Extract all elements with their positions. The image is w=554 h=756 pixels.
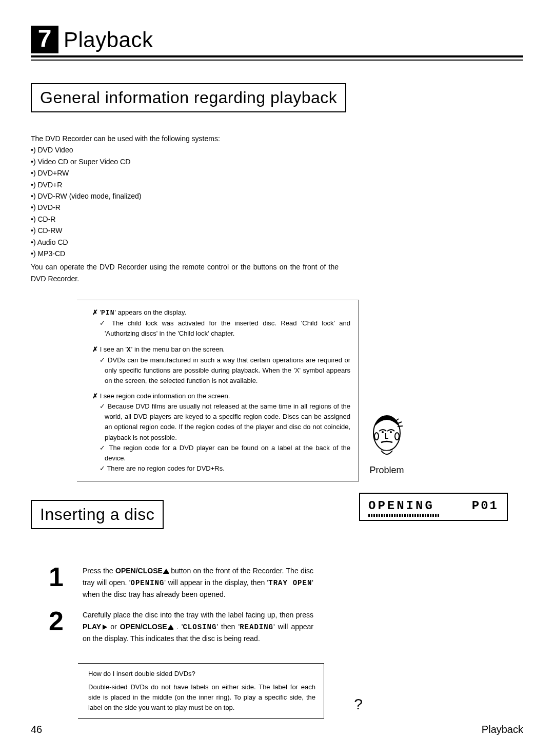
svg-point-4: [395, 433, 399, 440]
section-heading-general: General information regarding playback: [31, 83, 346, 112]
page-number: 46: [31, 724, 42, 735]
intro-line: The DVD Recorder can be used with the fo…: [31, 133, 339, 144]
system-item: •) Audio CD: [31, 237, 339, 248]
step-text: Press the OPEN/CLOSE button on the front…: [83, 565, 313, 600]
system-item: •) DVD-RW (video mode, finalized): [31, 190, 339, 202]
step-2: 2 Carefully place the disc into the tray…: [49, 609, 523, 644]
problem-answer: DVDs can be manufactured in such a way t…: [100, 355, 350, 386]
svg-point-2: [390, 431, 392, 433]
problem-face-icon: [369, 411, 405, 459]
problem-aside: Problem: [369, 411, 405, 478]
display-progress-bar: [368, 514, 440, 517]
page-footer: 46 Playback: [31, 724, 523, 735]
step-text: Carefully place the disc into the tray w…: [83, 609, 313, 644]
faq-answer: Double-sided DVDs do not have labels on …: [88, 682, 315, 713]
question-mark-icon: ?: [354, 692, 363, 716]
problem-answer: The region code for a DVD player can be …: [100, 443, 350, 463]
open-close-button-label: OPEN/CLOSE: [115, 567, 163, 575]
play-button-label: PLAY: [83, 623, 101, 631]
system-item: •) CD-R: [31, 214, 339, 225]
step-number: 1: [49, 565, 72, 600]
chapter-title: Playback: [64, 28, 153, 52]
problem-question: I see an 'X' in the menu bar on the scre…: [92, 344, 350, 355]
systems-list: •) DVD Video•) Video CD or Super Video C…: [31, 144, 339, 259]
problem-box: 'PIN' appears on the display.The child l…: [77, 300, 359, 481]
system-item: •) DVD+RW: [31, 167, 339, 179]
problem-answer: There are no region codes for DVD+Rs.: [100, 463, 350, 474]
system-item: •) Video CD or Super Video CD: [31, 156, 339, 167]
chapter-number-badge: 7: [31, 26, 58, 53]
problem-answer: Because DVD films are usually not releas…: [100, 401, 350, 443]
problem-question: I see region code information on the scr…: [92, 391, 350, 401]
play-icon: [101, 623, 107, 631]
system-item: •) CD-RW: [31, 225, 339, 236]
section-heading-inserting: Inserting a disc: [31, 500, 164, 529]
open-close-button-label: OPEN/CLOSE: [120, 623, 167, 631]
svg-point-1: [382, 431, 384, 433]
step-1: 1 Press the OPEN/CLOSE button on the fro…: [49, 565, 523, 600]
problem-question: 'PIN' appears on the display.: [92, 307, 350, 318]
system-item: •) MP3-CD: [31, 248, 339, 259]
footer-title: Playback: [482, 724, 523, 735]
display-main: OPENING: [368, 499, 440, 517]
system-item: •) DVD-R: [31, 202, 339, 213]
problem-label: Problem: [369, 463, 405, 478]
faq-question: How do I insert double sided DVDs?: [88, 669, 315, 679]
system-item: •) DVD+R: [31, 179, 339, 190]
svg-point-3: [374, 433, 379, 440]
system-item: •) DVD Video: [31, 144, 339, 156]
problem-answer: The child lock was activated for the ins…: [100, 318, 350, 339]
intro-note: You can operate the DVD Recorder using t…: [31, 261, 339, 284]
faq-box: How do I insert double sided DVDs? Doubl…: [78, 663, 324, 719]
intro-text: The DVD Recorder can be used with the fo…: [31, 133, 339, 284]
step-number: 2: [49, 609, 72, 644]
display-side: P01: [472, 499, 499, 513]
chapter-header: 7 Playback: [31, 26, 523, 57]
display-panel: OPENING P01: [359, 493, 508, 521]
